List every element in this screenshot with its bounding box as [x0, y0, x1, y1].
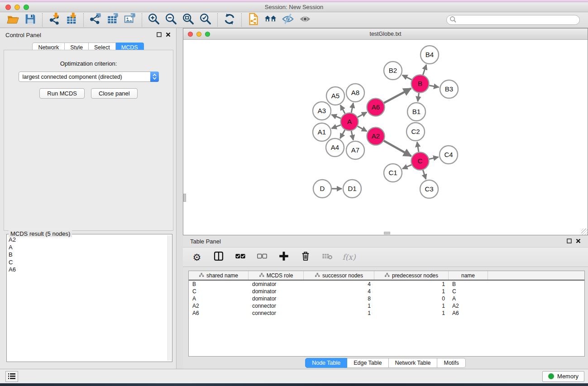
add-column-button[interactable]: [278, 251, 290, 263]
table-cell[interactable]: 4: [304, 288, 374, 295]
graph-edge-B-B1[interactable]: [418, 93, 419, 101]
graph-node-B4[interactable]: B4: [421, 46, 439, 64]
window-resize-grip[interactable]: [581, 229, 588, 235]
graph-node-A3[interactable]: A3: [313, 102, 331, 120]
network-canvas[interactable]: B4B2BB3A5A8A6A3B1AA1C2A2A4A7C4CC1DD1C3: [183, 40, 588, 235]
graph-node-A5[interactable]: A5: [326, 87, 344, 105]
settings-gear-button[interactable]: ⚙: [191, 251, 203, 263]
search-input[interactable]: [456, 17, 579, 23]
table-cell[interactable]: 1: [374, 288, 449, 295]
deselect-all-button[interactable]: [256, 251, 268, 263]
new-network-document-button[interactable]: [245, 13, 262, 27]
column-header-name[interactable]: name: [449, 271, 488, 280]
table-row[interactable]: A6connector11A6: [189, 310, 584, 317]
table-row[interactable]: Adominator80A: [189, 295, 584, 302]
graph-edge-A-A2[interactable]: [358, 126, 367, 131]
close-table-panel-icon[interactable]: [576, 237, 581, 245]
graph-edge-A6-B[interactable]: [384, 89, 411, 103]
graph-node-A6[interactable]: A6: [367, 99, 385, 116]
graph-node-B[interactable]: B: [411, 75, 429, 93]
hide-eye-button[interactable]: [279, 13, 296, 27]
table-cell[interactable]: B: [449, 281, 488, 288]
table-cell[interactable]: 4: [304, 281, 374, 288]
tab-motifs[interactable]: Motifs: [437, 358, 465, 368]
graph-node-D[interactable]: D: [313, 180, 331, 198]
table-cell[interactable]: 1: [374, 310, 449, 317]
graph-node-C[interactable]: C: [411, 152, 429, 170]
graph-edge-C-C2[interactable]: [417, 142, 419, 152]
close-panel-button[interactable]: Close panel: [91, 88, 138, 99]
float-panel-icon[interactable]: [157, 31, 162, 39]
select-all-button[interactable]: [234, 251, 246, 263]
search-field[interactable]: [446, 15, 580, 25]
zoom-in-button[interactable]: [145, 13, 163, 27]
graph-node-B1[interactable]: B1: [407, 103, 425, 121]
vertical-scrollbar-thumb[interactable]: [183, 194, 186, 202]
column-header-predecessor-nodes[interactable]: predecessor nodes: [374, 271, 449, 280]
graph-node-C3[interactable]: C3: [420, 180, 438, 198]
graph-node-A[interactable]: A: [341, 113, 359, 131]
graph-edge-B-B4[interactable]: [423, 65, 426, 75]
table-cell[interactable]: 1: [374, 281, 449, 288]
table-cell[interactable]: connector: [249, 310, 304, 317]
open-session-button[interactable]: [5, 13, 22, 27]
import-network-button[interactable]: [46, 13, 63, 27]
graph-node-B2[interactable]: B2: [384, 62, 402, 80]
mcds-result-item[interactable]: C: [9, 259, 167, 267]
graph-node-A8[interactable]: A8: [346, 84, 364, 102]
run-mcds-button[interactable]: Run MCDS: [39, 88, 85, 99]
import-table-button[interactable]: [63, 13, 80, 27]
graph-node-A7[interactable]: A7: [346, 141, 364, 159]
graph-node-C4[interactable]: C4: [440, 146, 458, 164]
zoom-out-button[interactable]: [163, 13, 180, 27]
zoom-fit-button[interactable]: [180, 13, 197, 27]
graph-node-D1[interactable]: D1: [343, 180, 361, 198]
export-network-button[interactable]: [87, 13, 104, 27]
graph-edge-A-A4[interactable]: [340, 130, 345, 138]
mcds-result-item[interactable]: A6: [9, 266, 167, 274]
table-cell[interactable]: dominator: [249, 295, 304, 302]
tab-node-table[interactable]: Node Table: [305, 358, 347, 368]
table-row[interactable]: A2connector11A2: [189, 302, 584, 310]
table-cell[interactable]: dominator: [249, 281, 304, 288]
graph-edge-A-A8[interactable]: [351, 103, 353, 113]
criterion-dropdown[interactable]: largest connected component (directed): [19, 71, 159, 82]
export-table-button[interactable]: [104, 13, 121, 27]
graph-edge-C-C4[interactable]: [429, 157, 439, 159]
graph-edge-A-A7[interactable]: [351, 131, 353, 140]
graph-edge-C-C3[interactable]: [423, 170, 426, 180]
graph-node-C2[interactable]: C2: [406, 123, 425, 141]
mcds-result-item[interactable]: B: [9, 251, 167, 259]
memory-button[interactable]: Memory: [542, 371, 584, 382]
tab-edge-table[interactable]: Edge Table: [347, 358, 388, 368]
ndex-home-button[interactable]: [262, 13, 279, 27]
export-image-button[interactable]: [121, 13, 139, 27]
table-cell[interactable]: C: [189, 288, 249, 295]
graph-edge-A-A1[interactable]: [332, 125, 341, 129]
mcds-result-item[interactable]: A2: [9, 236, 167, 244]
graph-edge-A-A6[interactable]: [358, 112, 367, 117]
graph-edge-A2-C[interactable]: [384, 141, 411, 156]
delete-column-button[interactable]: [300, 251, 311, 263]
graph-node-A4[interactable]: A4: [326, 138, 344, 157]
table-cell[interactable]: A6: [189, 310, 249, 317]
table-cell[interactable]: A2: [189, 302, 249, 310]
zoom-selected-button[interactable]: [197, 13, 214, 27]
table-cell[interactable]: A: [449, 295, 488, 302]
table-cell[interactable]: 0: [374, 295, 449, 302]
table-row[interactable]: Cdominator41C: [189, 288, 584, 295]
result-scrollbar[interactable]: [167, 235, 172, 361]
horizontal-scrollbar-thumb[interactable]: [384, 232, 390, 234]
task-history-button[interactable]: [5, 371, 18, 382]
float-table-panel-icon[interactable]: [567, 237, 572, 245]
graph-node-C1[interactable]: C1: [384, 164, 402, 182]
mcds-result-item[interactable]: A: [9, 244, 167, 252]
table-cell[interactable]: C: [449, 288, 488, 295]
close-panel-icon[interactable]: [166, 31, 171, 39]
graph-edge-B-B2[interactable]: [402, 75, 412, 80]
table-cell[interactable]: B: [189, 281, 249, 288]
save-session-button[interactable]: [22, 13, 39, 27]
table-cell[interactable]: 1: [304, 310, 374, 317]
graph-edge-A-A5[interactable]: [340, 105, 345, 114]
graph-node-A2[interactable]: A2: [367, 128, 385, 145]
